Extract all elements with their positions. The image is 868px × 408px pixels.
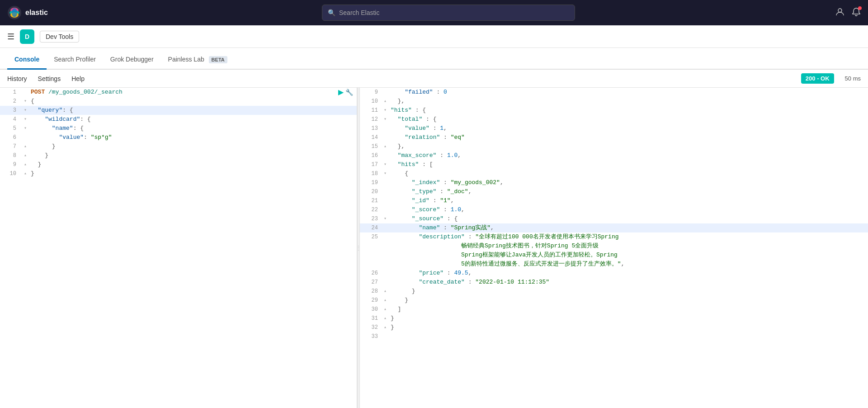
r-content-28: } [389,287,868,296]
editor-line-3: 3 ▾ "query": { [0,106,357,115]
line-content-3: "query": { [29,106,357,115]
gutter-2: ▾ [22,97,29,106]
r-gutter-15: ▴ [382,142,389,151]
gutter-7: ▴ [22,142,29,151]
wrench-button[interactable]: 🔧 [345,89,353,96]
r-gutter-10: ▴ [382,97,389,106]
run-button[interactable]: ▶ [338,88,344,96]
r-line-num-26: 26 [360,269,382,278]
r-content-12: "total" : { [389,115,868,124]
r-content-26: "price" : 49.5, [389,269,868,278]
line-content-6: "value": "sp*g" [29,133,357,142]
response-line-20: 20 "_type" : "_doc", [360,187,868,196]
r-content-10: }, [389,97,868,106]
r-line-num-21: 21 [360,196,382,205]
tab-grok-debugger[interactable]: Grok Debugger [103,50,161,70]
user-icon-button[interactable] [835,7,844,19]
line-num-3: 3 [0,106,22,115]
notifications-button[interactable] [852,7,861,19]
search-bar-container: 🔍 Search Elastic [67,5,830,21]
editor-panel: 1 POST /my_goods_002/_search ▶ 🔧 2 ▾ { 3… [0,88,357,408]
editor-line-1: 1 POST /my_goods_002/_search ▶ 🔧 [0,88,357,97]
line-content-4: "wildcard": { [29,115,357,124]
tab-painless-lab[interactable]: Painless Lab BETA [161,50,235,70]
r-line-num-32: 32 [360,323,382,332]
response-line-33: 33 [360,332,868,341]
editor-line-8: 8 ▴ } [0,151,357,160]
r-line-num-19: 19 [360,178,382,187]
response-line-10: 10 ▴ }, [360,97,868,106]
r-content-16: "max_score" : 1.0, [389,151,868,160]
response-line-28: 28 ▴ } [360,287,868,296]
help-button[interactable]: Help [71,75,85,82]
r-line-num-30: 30 [360,305,382,314]
line-content-7: } [29,142,357,151]
hamburger-button[interactable]: ☰ [7,32,14,42]
r-content-29: } [389,296,868,305]
response-line-31: 31 ▴ } [360,314,868,323]
line-num-6: 6 [0,133,22,142]
r-content-31: } [389,314,868,323]
r-gutter-12: ▾ [382,115,389,124]
history-button[interactable]: History [7,75,27,82]
main-content: 1 POST /my_goods_002/_search ▶ 🔧 2 ▾ { 3… [0,88,868,408]
gutter-4: ▾ [22,115,29,124]
r-line-num-33: 33 [360,332,382,341]
response-line-26: 26 "price" : 49.5, [360,269,868,278]
line-num-4: 4 [0,115,22,124]
response-line-13: 13 "value" : 1, [360,124,868,133]
response-line-29: 29 ▴ } [360,296,868,305]
r-gutter-28: ▴ [382,287,389,296]
r-content-25: "description" : "全球有超过100 000名开发者使用本书来学习… [389,232,868,269]
r-content-30: ] [389,305,868,314]
r-gutter-32: ▴ [382,323,389,332]
r-line-num-17: 17 [360,160,382,169]
sub-navigation: ☰ D Dev Tools [0,25,868,48]
elastic-logo[interactable]: elastic [7,5,61,20]
line-content-1: POST /my_goods_002/_search [29,88,338,97]
r-line-num-12: 12 [360,115,382,124]
gutter-9: ▴ [22,160,29,169]
response-code: 9 "failed" : 0 10 ▴ }, 11 ▾ "hits" : { 1… [360,88,868,341]
tab-search-profiler-label: Search Profiler [54,56,96,63]
r-content-13: "value" : 1, [389,124,868,133]
r-gutter-31: ▴ [382,314,389,323]
r-content-21: "_id" : "1", [389,196,868,205]
line-content-8: } [29,151,357,160]
r-line-num-28: 28 [360,287,382,296]
line-num-10: 10 [0,169,22,178]
status-badge: 200 - OK [801,73,834,84]
r-line-num-11: 11 [360,106,382,115]
line-num-8: 8 [0,151,22,160]
line-num-7: 7 [0,142,22,151]
r-gutter-30: ▴ [382,305,389,314]
response-line-30: 30 ▴ ] [360,305,868,314]
line-content-2: { [29,97,357,106]
response-line-27: 27 "create_date" : "2022-01-10 11:12:35" [360,278,868,287]
r-content-23: "_source" : { [389,214,868,223]
user-icon [835,7,844,16]
settings-button[interactable]: Settings [38,75,61,82]
tab-search-profiler[interactable]: Search Profiler [47,50,103,70]
line-content-10: } [29,169,357,178]
tab-console-label: Console [14,56,39,63]
tab-console[interactable]: Console [7,50,47,70]
line-num-5: 5 [0,124,22,133]
r-content-11: "hits" : { [389,106,868,115]
r-line-num-24: 24 [360,223,382,232]
code-editor[interactable]: 1 POST /my_goods_002/_search ▶ 🔧 2 ▾ { 3… [0,88,357,178]
r-line-num-16: 16 [360,151,382,160]
r-content-22: "_score" : 1.0, [389,205,868,214]
search-bar[interactable]: 🔍 Search Elastic [322,5,575,21]
line-num-9: 9 [0,160,22,169]
r-line-num-14: 14 [360,133,382,142]
editor-line-10: 10 ▴ } [0,169,357,178]
dev-tools-button[interactable]: Dev Tools [40,31,79,43]
response-line-18: 18 ▾ { [360,169,868,178]
r-line-num-13: 13 [360,124,382,133]
line-num-1: 1 [0,88,22,97]
response-line-15: 15 ▴ }, [360,142,868,151]
line-num-2: 2 [0,97,22,106]
r-content-32: } [389,323,868,332]
r-gutter-11: ▾ [382,106,389,115]
